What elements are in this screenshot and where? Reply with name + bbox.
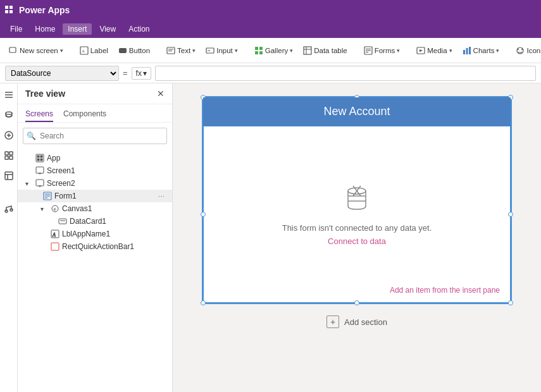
label-btn-label: Label (90, 47, 108, 54)
svg-rect-43 (9, 156, 13, 159)
sidebar-icon-data[interactable] (3, 109, 15, 121)
tree-datacard1-label: DataCard1 (70, 217, 106, 226)
svg-rect-0 (5, 6, 8, 9)
tree-app-label: App (47, 154, 60, 162)
new-screen-caret: ▾ (60, 47, 63, 54)
handle-mid-left[interactable] (201, 212, 206, 217)
svg-rect-42 (5, 156, 8, 159)
tree-search-area: 🔍 (18, 123, 172, 149)
form-header: New Account (203, 97, 511, 126)
tree-item-datacard1[interactable]: DataCard1 (18, 215, 172, 228)
tree-item-screen1[interactable]: Screen1 (18, 164, 172, 177)
menu-home[interactable]: Home (30, 23, 60, 35)
menu-insert[interactable]: Insert (63, 23, 92, 35)
add-item-text: Add an item from the insert pane (390, 286, 500, 295)
tree-content: App Screen1 ▾ Screen2 (18, 149, 172, 392)
add-section-bar[interactable]: + Add section (319, 312, 395, 332)
icons-button[interactable]: Icons ▾ (512, 44, 541, 57)
db-icon-area (342, 183, 372, 216)
connect-data-link[interactable]: Connect to data (328, 236, 386, 246)
sidebar-icon-add[interactable] (3, 129, 15, 142)
app-grid-icon[interactable] (5, 6, 14, 15)
tree-rectquickactionbar1-label: RectQuickActionBar1 (62, 242, 134, 251)
svg-rect-17 (259, 51, 263, 54)
tree-item-canvas1[interactable]: ▾ ⊕ Canvas1 (18, 202, 172, 215)
media-btn-label: Media (427, 47, 447, 54)
media-button[interactable]: Media ▾ (413, 44, 456, 57)
tree-item-form1[interactable]: Form1 ··· (18, 190, 172, 202)
charts-btn-label: Charts (473, 47, 495, 54)
sidebar-icon-menu[interactable] (3, 89, 15, 101)
tree-item-app[interactable]: App (18, 152, 172, 164)
tree-screen1-label: Screen1 (47, 166, 75, 175)
svg-point-36 (6, 112, 12, 114)
tree-tabs: Screens Components (18, 104, 172, 123)
form1-more-button[interactable]: ··· (158, 192, 165, 200)
svg-point-31 (518, 49, 519, 50)
datasource-select[interactable]: DataSource (5, 66, 119, 81)
label-button[interactable]: A Label (76, 44, 112, 57)
text-button[interactable]: Text ▾ (163, 44, 199, 57)
svg-rect-1 (9, 6, 13, 9)
add-section-label: Add section (344, 317, 387, 327)
handle-mid-right[interactable] (508, 212, 513, 217)
handle-bottom-center[interactable] (354, 300, 359, 305)
svg-rect-70 (51, 243, 59, 250)
fx-button[interactable]: fx ▾ (132, 67, 151, 80)
menu-file[interactable]: File (5, 23, 27, 35)
sidebar-icon-components[interactable] (3, 149, 15, 162)
svg-rect-3 (9, 10, 13, 13)
input-button[interactable]: Input ▾ (202, 44, 242, 57)
form-body[interactable]: This form isn't connected to any data ye… (203, 126, 511, 303)
sidebar-icon-variables[interactable] (3, 169, 15, 182)
charts-button[interactable]: Charts ▾ (459, 44, 504, 57)
svg-rect-41 (9, 152, 13, 155)
left-sidebar-icons (0, 83, 18, 392)
sidebar-icon-media[interactable] (3, 202, 15, 215)
svg-rect-18 (304, 47, 311, 54)
tree-item-lblappname1[interactable]: A LblAppName1 (18, 228, 172, 240)
svg-rect-2 (5, 10, 8, 13)
forms-button[interactable]: Forms ▾ (360, 44, 404, 57)
button-button[interactable]: Button (115, 44, 154, 57)
svg-rect-57 (36, 180, 44, 186)
forms-btn-label: Forms (375, 47, 395, 54)
svg-text:A: A (82, 49, 85, 54)
canvas-area: New Account (173, 83, 541, 392)
formula-input[interactable] (155, 66, 536, 81)
gallery-button[interactable]: Gallery ▾ (251, 44, 297, 57)
tree-item-screen2[interactable]: ▾ Screen2 (18, 177, 172, 190)
new-screen-label: New screen (20, 47, 58, 54)
svg-rect-66 (59, 219, 66, 224)
search-icon: 🔍 (27, 132, 36, 140)
tab-components[interactable]: Components (63, 107, 106, 122)
tree-panel: Tree view ✕ Screens Components 🔍 (18, 83, 173, 392)
search-input[interactable] (23, 128, 167, 144)
menu-action[interactable]: Action (123, 23, 154, 35)
handle-bottom-right[interactable] (508, 300, 513, 305)
svg-rect-8 (119, 48, 127, 53)
svg-rect-28 (466, 48, 468, 54)
menu-view[interactable]: View (94, 23, 121, 35)
handle-bottom-left[interactable] (201, 300, 206, 305)
text-btn-label: Text (177, 47, 190, 54)
svg-rect-40 (5, 152, 8, 155)
form-title: New Account (323, 105, 390, 118)
svg-rect-4 (9, 47, 16, 52)
new-screen-button[interactable]: New screen ▾ (5, 44, 67, 57)
tree-form1-label: Form1 (54, 192, 77, 200)
button-btn-label: Button (129, 47, 150, 54)
tree-item-rectquickactionbar1[interactable]: RectQuickActionBar1 (18, 240, 172, 253)
tab-screens[interactable]: Screens (25, 107, 53, 122)
form-canvas: New Account (202, 96, 512, 304)
svg-rect-27 (463, 50, 465, 54)
equals-sign: = (123, 68, 128, 78)
tree-close-button[interactable]: ✕ (157, 89, 165, 99)
svg-rect-53 (40, 159, 42, 161)
data-table-button[interactable]: Data table (299, 44, 351, 57)
svg-rect-14 (255, 47, 258, 50)
icons-btn-label: Icons (526, 47, 541, 54)
gallery-btn-label: Gallery (265, 47, 288, 54)
formula-bar: DataSource = fx ▾ (0, 63, 541, 83)
add-section-plus-icon: + (326, 315, 339, 328)
